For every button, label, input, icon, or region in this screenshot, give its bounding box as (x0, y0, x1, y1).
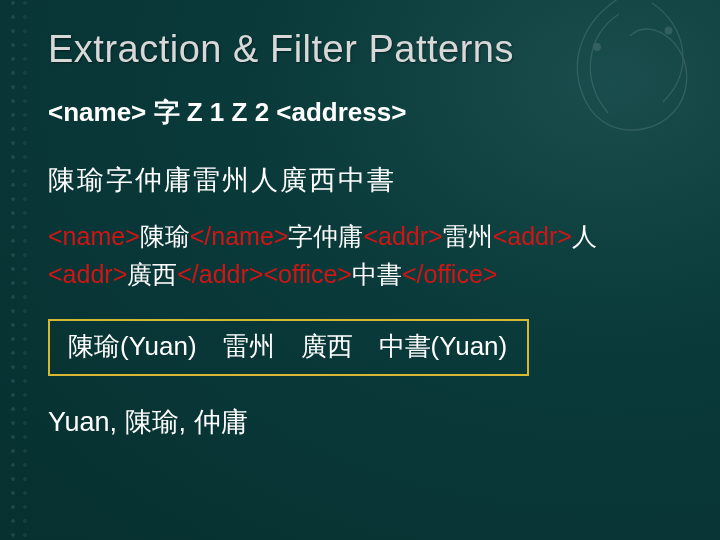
txt-zi: 字仲庸 (288, 222, 363, 250)
filter-output: Yuan, 陳瑜, 仲庸 (48, 404, 672, 440)
entity-addr-1: 雷州 (223, 329, 275, 364)
entity-addr-2: 廣西 (301, 329, 353, 364)
txt-addr-1: 雷州 (443, 222, 493, 250)
tagged-output: <name>陳瑜</name>字仲庸<addr>雷州<addr>人 <addr>… (48, 218, 672, 293)
slide-body: Extraction & Filter Patterns <name> 字 Z … (0, 0, 720, 540)
txt-office: 中書 (352, 260, 402, 288)
txt-addr-3: 廣西 (127, 260, 177, 288)
tag-office-close: </office> (402, 260, 497, 288)
txt-ren: 人 (572, 222, 597, 250)
txt-name: 陳瑜 (140, 222, 190, 250)
tag-addr-2: <addr> (493, 222, 572, 250)
tag-addr-3: <addr> (48, 260, 127, 288)
entity-office: 中書(Yuan) (379, 329, 508, 364)
tag-name-close: </name> (190, 222, 289, 250)
extracted-entities-box: 陳瑜(Yuan) 雷州 廣西 中書(Yuan) (48, 319, 529, 376)
entity-name: 陳瑜(Yuan) (68, 329, 197, 364)
tag-name-open: <name> (48, 222, 140, 250)
tag-addr-1: <addr> (363, 222, 442, 250)
example-source-text: 陳瑜字仲庸雷州人廣西中書 (48, 162, 672, 198)
slide-title: Extraction & Filter Patterns (48, 28, 672, 71)
pattern-template: <name> 字 Z 1 Z 2 <address> (48, 95, 672, 130)
tag-addr-close-office-open: </addr><office> (177, 260, 352, 288)
